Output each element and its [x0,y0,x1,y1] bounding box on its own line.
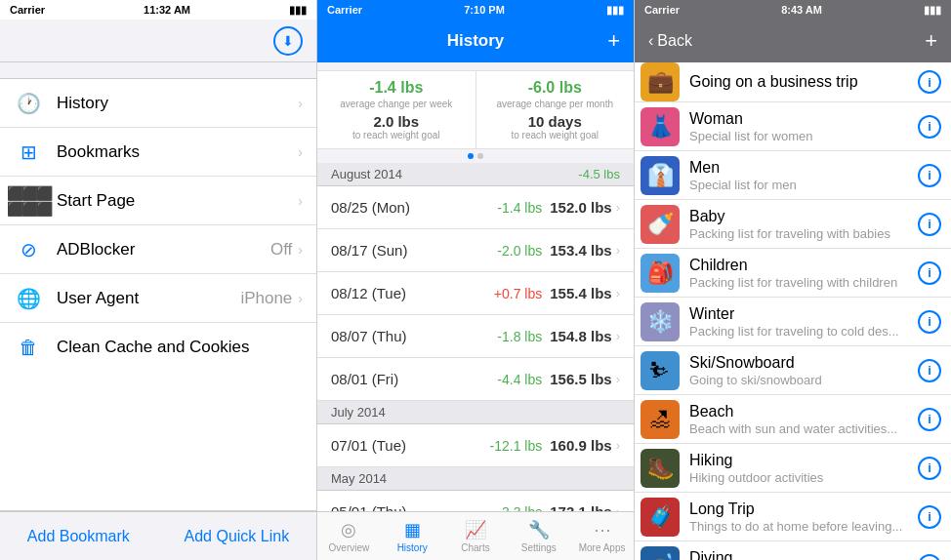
row-change: -4.4 lbs [497,372,542,387]
list-item[interactable]: 👗 Woman Special list for women i [635,102,951,151]
row-weight: 155.4 lbs [550,285,611,301]
baby-thumb: 🍼 [641,205,680,244]
chevron-icon-startpage: › [298,193,303,209]
section-july: July 2014 [317,401,634,424]
menu-item-history[interactable]: 🕐 History › [0,79,316,128]
download-button[interactable]: ⬇ [273,26,303,56]
list-item[interactable]: 🥾 Hiking Hiking outdoor activities i [635,444,951,493]
menu-item-adblocker[interactable]: ⊘ ADBlocker Off › [0,225,316,274]
monthly-goal-label: to reach weight goal [511,130,599,140]
status-bar-2: Carrier 7:10 PM ▮▮▮ [317,0,634,20]
packing-add-button[interactable]: + [925,28,937,54]
menu-item-cleancache[interactable]: 🗑 Clean Cache and Cookies [0,323,316,372]
list-item[interactable]: 🎒 Children Packing list for traveling wi… [635,249,951,298]
table-row[interactable]: 08/17 (Sun) -2.0 lbs 153.4 lbs › [317,229,634,272]
section-august-label: August 2014 [331,167,402,181]
list-item[interactable]: ⛷ Ski/Snowboard Going to ski/snowboard i [635,346,951,395]
history-tab-icon: ▦ [404,519,421,540]
men-text: Men Special list for men [689,159,910,192]
history-title: History [447,31,505,51]
carrier-label-2: Carrier [327,4,362,16]
table-row[interactable]: 07/01 (Tue) -12.1 lbs 160.9 lbs › [317,424,634,467]
bookmarks-icon: ⊞ [14,138,43,167]
diving-text: Diving Diving and water activities packi… [689,549,910,561]
row-chevron: › [616,372,620,386]
row-chevron: › [616,243,620,258]
battery-label-1: ▮▮▮ [289,4,307,17]
row-weight: 173.1 lbs [550,503,611,511]
winter-info-button[interactable]: i [918,310,941,334]
diving-info-button[interactable]: i [918,554,941,561]
list-item[interactable]: 🍼 Baby Packing list for traveling with b… [635,200,951,249]
tab-overview[interactable]: ◎ Overview [317,512,381,560]
table-row[interactable]: 08/25 (Mon) -1.4 lbs 152.0 lbs › [317,186,634,229]
monthly-change-label: average change per month [496,99,613,109]
longtrip-subtitle: Things to do at home before leaving... [689,519,910,534]
menu-item-bookmarks[interactable]: ⊞ Bookmarks › [0,128,316,177]
list-item[interactable]: 👔 Men Special list for men i [635,151,951,200]
menu-item-startpage[interactable]: ⬛⬛⬛⬛⬛⬛ Start Page › [0,177,316,225]
packing-scroll[interactable]: 💼 Going on a business trip i 👗 Woman Spe… [635,62,951,560]
row-date: 08/01 (Fri) [331,371,497,387]
longtrip-info-button[interactable]: i [918,505,941,529]
chevron-icon-history: › [298,96,303,111]
menu-item-useragent[interactable]: 🌐 User Agent iPhone › [0,274,316,323]
adblocker-value: Off [270,240,292,260]
cleancache-icon: 🗑 [14,333,43,362]
row-weight: 156.5 lbs [550,371,611,387]
back-chevron-icon: ‹ [648,32,653,50]
men-subtitle: Special list for men [689,178,910,192]
men-info-button[interactable]: i [918,164,941,187]
list-item[interactable]: ❄️ Winter Packing list for traveling to … [635,298,951,346]
ski-subtitle: Going to ski/snowboard [689,373,910,387]
list-item[interactable]: 💼 Going on a business trip i [635,62,951,102]
hiking-info-button[interactable]: i [918,457,941,480]
children-title: Children [689,257,910,274]
hiking-subtitle: Hiking outdoor activities [689,470,910,485]
longtrip-title: Long Trip [689,500,910,518]
baby-subtitle: Packing list for traveling with babies [689,226,910,241]
history-add-button[interactable]: + [607,28,620,54]
row-chevron: › [616,504,620,511]
list-item[interactable]: 🤿 Diving Diving and water activities pac… [635,541,951,560]
baby-info-button[interactable]: i [918,213,941,236]
table-row[interactable]: 05/01 (Thu) -3.3 lbs 173.1 lbs › [317,491,634,511]
summary-box: -1.4 lbs average change per week 2.0 lbs… [317,70,634,149]
list-item[interactable]: 🧳 Long Trip Things to do at home before … [635,493,951,541]
settings-panel: Carrier 11:32 AM ▮▮▮ ⬇ 🕐 History › ⊞ Boo… [0,0,317,560]
settings-tab-icon: 🔧 [528,519,550,540]
winter-title: Winter [689,305,910,323]
row-chevron: › [616,200,620,215]
children-info-button[interactable]: i [918,261,941,285]
beach-info-button[interactable]: i [918,408,941,431]
table-row[interactable]: 08/07 (Thu) -1.8 lbs 154.8 lbs › [317,315,634,358]
summary-weekly: -1.4 lbs average change per week 2.0 lbs… [317,71,476,148]
time-label-3: 8:43 AM [781,4,822,16]
tab-more[interactable]: ⋯ More Apps [570,512,634,560]
tab-settings[interactable]: 🔧 Settings [507,512,570,560]
battery-2: ▮▮▮ [606,4,624,17]
longtrip-thumb: 🧳 [641,498,680,537]
row-change: -12.1 lbs [490,438,543,454]
longtrip-text: Long Trip Things to do at home before le… [689,500,910,534]
table-row[interactable]: 08/01 (Fri) -4.4 lbs 156.5 lbs › [317,358,634,401]
adblocker-icon: ⊘ [14,235,43,264]
list-item[interactable]: 🏖 Beach Beach with sun and water activit… [635,395,951,444]
add-quick-link-button[interactable]: Add Quick Link [165,518,310,555]
section-july-label: July 2014 [331,405,386,420]
row-date: 05/01 (Thu) [331,503,497,511]
settings-menu: 🕐 History › ⊞ Bookmarks › ⬛⬛⬛⬛⬛⬛ Start P… [0,78,316,511]
winter-subtitle: Packing list for traveling to cold des..… [689,324,910,339]
tab-history[interactable]: ▦ History [381,512,444,560]
history-scroll[interactable]: August 2014 -4.5 lbs 08/25 (Mon) -1.4 lb… [317,163,634,511]
ski-info-button[interactable]: i [918,359,941,382]
woman-info-button[interactable]: i [918,115,941,139]
tab-charts[interactable]: 📈 Charts [444,512,508,560]
back-button[interactable]: ‹ Back [648,32,692,50]
business-info-button[interactable]: i [918,70,941,94]
men-thumb: 👔 [641,156,680,195]
table-row[interactable]: 08/12 (Tue) +0.7 lbs 155.4 lbs › [317,272,634,315]
add-bookmark-button[interactable]: Add Bookmark [8,518,149,555]
row-date: 08/12 (Tue) [331,285,494,301]
row-chevron: › [616,438,620,453]
